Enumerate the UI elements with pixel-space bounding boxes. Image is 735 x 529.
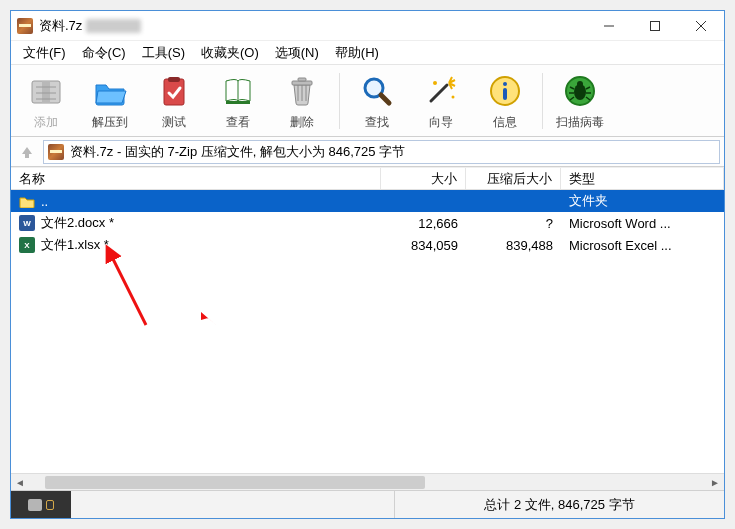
row-size: 834,059 (381, 238, 466, 253)
row-packed: 839,488 (466, 238, 561, 253)
book-icon (218, 71, 258, 111)
info-icon (485, 71, 525, 111)
svg-rect-3 (164, 79, 184, 105)
info-label: 信息 (493, 114, 517, 131)
row-name: 文件1.xlsx * (41, 236, 109, 254)
row-name: 文件2.docx * (41, 214, 114, 232)
folder-up-icon (19, 193, 35, 209)
annotation-arrow-2 (196, 310, 226, 333)
scroll-right-icon[interactable]: ► (708, 476, 722, 489)
column-type[interactable]: 类型 (561, 168, 724, 189)
info-button[interactable]: 信息 (474, 68, 536, 134)
menu-tools[interactable]: 工具(S) (134, 42, 193, 64)
clipboard-check-icon (154, 71, 194, 111)
folder-open-icon (90, 71, 130, 111)
window-controls (586, 11, 724, 41)
titlebar: 资料.7z (11, 11, 724, 41)
status-summary: 总计 2 文件, 846,725 字节 (394, 491, 724, 518)
view-button[interactable]: 查看 (207, 68, 269, 134)
toolbar: 添加 解压到 测试 (11, 65, 724, 137)
close-button[interactable] (678, 11, 724, 41)
row-type: Microsoft Excel ... (561, 238, 724, 253)
svg-point-9 (452, 95, 455, 98)
excel-file-icon: X (19, 237, 35, 253)
word-file-icon: W (19, 215, 35, 231)
extract-label: 解压到 (92, 114, 128, 131)
wand-icon (421, 71, 461, 111)
list-row[interactable]: X 文件1.xlsx * 834,059 839,488 Microsoft E… (11, 234, 724, 256)
app-icon (17, 18, 33, 34)
bug-icon (560, 71, 600, 111)
svg-point-11 (503, 82, 507, 86)
up-button[interactable] (15, 140, 39, 164)
svg-rect-4 (168, 77, 180, 82)
winrar-window: 资料.7z 文件(F) 命令(C) 工具(S) 收藏夹(O) 选项(N) 帮助(… (10, 10, 725, 519)
toolbar-separator-2 (542, 73, 543, 129)
statusbar: 总计 2 文件, 846,725 字节 (11, 490, 724, 518)
horizontal-scrollbar[interactable]: ◄ ► (11, 473, 724, 490)
row-name: .. (41, 194, 48, 209)
test-button[interactable]: 测试 (143, 68, 205, 134)
status-icons (11, 491, 71, 518)
file-list: 名称 大小 压缩后大小 类型 .. 文件夹 W 文件2.doc (11, 167, 724, 490)
address-text: 资料.7z - 固实的 7-Zip 压缩文件, 解包大小为 846,725 字节 (70, 143, 405, 161)
row-packed: ? (466, 216, 561, 231)
menubar: 文件(F) 命令(C) 工具(S) 收藏夹(O) 选项(N) 帮助(H) (11, 41, 724, 65)
delete-button[interactable]: 删除 (271, 68, 333, 134)
lock-icon (46, 500, 54, 510)
menu-file[interactable]: 文件(F) (15, 42, 74, 64)
row-type: Microsoft Word ... (561, 216, 724, 231)
test-label: 测试 (162, 114, 186, 131)
list-header: 名称 大小 压缩后大小 类型 (11, 168, 724, 190)
svg-rect-12 (503, 88, 507, 100)
archive-small-icon (48, 144, 64, 160)
address-bar[interactable]: 资料.7z - 固实的 7-Zip 压缩文件, 解包大小为 846,725 字节 (43, 140, 720, 164)
add-button[interactable]: 添加 (15, 68, 77, 134)
scroll-track[interactable] (27, 476, 708, 489)
menu-command[interactable]: 命令(C) (74, 42, 134, 64)
menu-help[interactable]: 帮助(H) (327, 42, 387, 64)
find-label: 查找 (365, 114, 389, 131)
svg-rect-5 (292, 81, 312, 85)
svg-rect-6 (298, 78, 306, 81)
scan-virus-button[interactable]: 扫描病毒 (549, 68, 611, 134)
delete-label: 删除 (290, 114, 314, 131)
add-label: 添加 (34, 114, 58, 131)
trash-icon (282, 71, 322, 111)
toolbar-separator (339, 73, 340, 129)
list-body[interactable]: .. 文件夹 W 文件2.docx * 12,666 ? Microsoft W… (11, 190, 724, 473)
list-row-parent[interactable]: .. 文件夹 (11, 190, 724, 212)
minimize-button[interactable] (586, 11, 632, 41)
scroll-thumb[interactable] (45, 476, 425, 489)
disk-icon (28, 499, 42, 511)
scan-label: 扫描病毒 (556, 114, 604, 131)
annotation-arrow-1 (101, 250, 161, 333)
column-size[interactable]: 大小 (381, 168, 466, 189)
column-name[interactable]: 名称 (11, 168, 381, 189)
scroll-left-icon[interactable]: ◄ (13, 476, 27, 489)
pathbar: 资料.7z - 固实的 7-Zip 压缩文件, 解包大小为 846,725 字节 (11, 137, 724, 167)
row-size: 12,666 (381, 216, 466, 231)
wizard-label: 向导 (429, 114, 453, 131)
row-type: 文件夹 (561, 192, 724, 210)
window-title: 资料.7z (39, 17, 82, 35)
svg-line-16 (111, 255, 146, 325)
extract-button[interactable]: 解压到 (79, 68, 141, 134)
magnifier-icon (357, 71, 397, 111)
title-blurred-area (86, 19, 141, 33)
svg-point-8 (433, 81, 437, 85)
find-button[interactable]: 查找 (346, 68, 408, 134)
svg-rect-0 (651, 21, 660, 30)
menu-options[interactable]: 选项(N) (267, 42, 327, 64)
maximize-button[interactable] (632, 11, 678, 41)
archive-icon (26, 71, 66, 111)
menu-favorites[interactable]: 收藏夹(O) (193, 42, 267, 64)
column-packed[interactable]: 压缩后大小 (466, 168, 561, 189)
svg-rect-2 (42, 81, 50, 103)
wizard-button[interactable]: 向导 (410, 68, 472, 134)
view-label: 查看 (226, 114, 250, 131)
list-row[interactable]: W 文件2.docx * 12,666 ? Microsoft Word ... (11, 212, 724, 234)
svg-point-15 (577, 81, 583, 87)
